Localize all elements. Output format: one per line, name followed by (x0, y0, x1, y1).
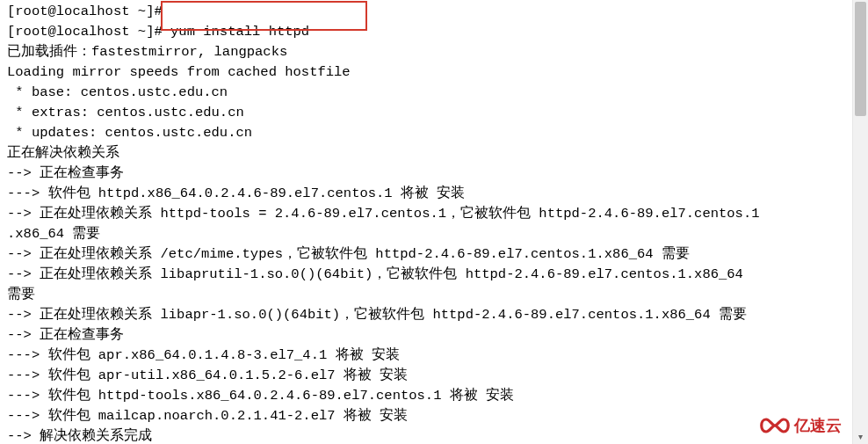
terminal-line: ---> 软件包 apr.x86_64.0.1.4.8-3.el7_4.1 将被… (7, 347, 400, 363)
scrollbar-thumb[interactable] (855, 2, 866, 116)
terminal-line: [root@localhost ~]# yum install httpd (7, 24, 309, 40)
scroll-down-arrow-icon[interactable]: ▾ (853, 429, 868, 444)
terminal-line: --> 正在检查事务 (7, 327, 124, 343)
terminal-line: [root@localhost ~]# (7, 4, 163, 19)
terminal-output: [root@localhost ~]# [root@localhost ~]# … (0, 0, 868, 444)
terminal-line: .x86_64 需要 (7, 226, 100, 242)
terminal-line: ---> 软件包 httpd.x86_64.0.2.4.6-89.el7.cen… (7, 186, 465, 201)
terminal-line: ---> 软件包 mailcap.noarch.0.2.1.41-2.el7 将… (7, 408, 408, 424)
terminal-line: * updates: centos.ustc.edu.cn (7, 125, 252, 141)
terminal-line: ---> 软件包 httpd-tools.x86_64.0.2.4.6-89.e… (7, 388, 514, 404)
watermark-text: 亿速云 (794, 415, 842, 436)
terminal-line: 已加载插件：fastestmirror, langpacks (7, 44, 287, 60)
terminal-line: ---> 软件包 apr-util.x86_64.0.1.5.2-6.el7 将… (7, 368, 408, 383)
scrollbar-track[interactable]: ▴ ▾ (852, 0, 868, 444)
terminal-line: --> 解决依赖关系完成 (7, 428, 152, 444)
terminal-line: 正在解决依赖关系 (7, 145, 119, 161)
terminal-line: --> 正在处理依赖关系 httpd-tools = 2.4.6-89.el7.… (7, 206, 760, 222)
terminal-line: * base: centos.ustc.edu.cn (7, 84, 228, 100)
terminal-line: --> 正在处理依赖关系 libaprutil-1.so.0()(64bit)，… (7, 266, 751, 282)
watermark-logo: 亿速云 (757, 414, 842, 437)
terminal-line: --> 正在处理依赖关系 libapr-1.so.0()(64bit)，它被软件… (7, 307, 747, 323)
cloud-infinity-icon (757, 414, 792, 437)
terminal-line: --> 正在处理依赖关系 /etc/mime.types，它被软件包 httpd… (7, 246, 690, 262)
terminal-line: * extras: centos.ustc.edu.cn (7, 105, 244, 120)
terminal-line: 需要 (7, 287, 35, 302)
terminal-line: --> 正在检查事务 (7, 165, 124, 181)
terminal-line: Loading mirror speeds from cached hostfi… (7, 64, 351, 80)
